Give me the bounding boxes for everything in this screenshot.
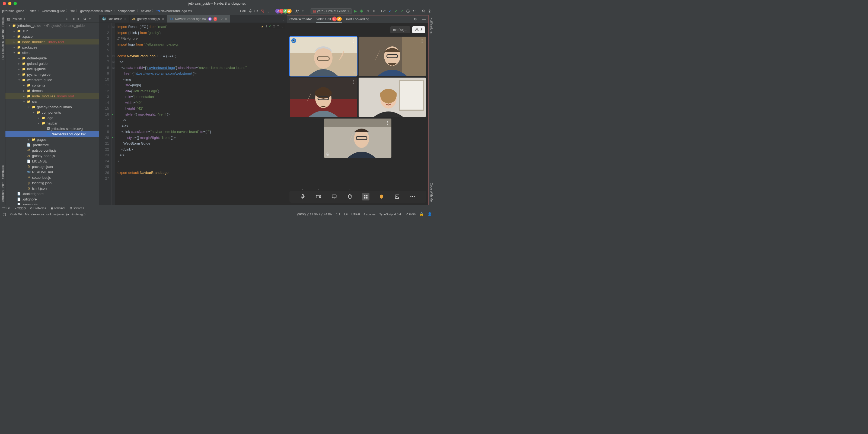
search-icon[interactable] <box>422 9 426 13</box>
todo-tool-button[interactable]: ≡ TODO <box>14 207 26 210</box>
status-branch[interactable]: ⎇ main <box>405 212 415 216</box>
close-tab-icon[interactable]: × <box>162 17 164 21</box>
video-tile[interactable]: ⋮ <box>324 119 392 158</box>
coverage-icon[interactable]: ↻ <box>365 9 370 13</box>
video-tile[interactable]: 🔊 ⋮ ☆ <box>290 37 357 76</box>
settings-icon[interactable] <box>428 9 432 13</box>
editor-tab[interactable]: JSgatsby-config.js× <box>130 15 167 23</box>
tree-item[interactable]: JSgatsby-config.js <box>5 148 99 153</box>
breadcrumb-item[interactable]: TS NavbarBrandLogo.tsx <box>156 9 192 13</box>
problems-tool-button[interactable]: ⊘ Problems <box>30 207 46 210</box>
status-encoding[interactable]: UTF-8 <box>351 213 360 216</box>
tree-item[interactable]: ▸📁intellij-guide <box>5 66 99 72</box>
status-person-icon[interactable]: 👤 <box>428 212 432 216</box>
project-title[interactable]: Project <box>12 17 22 21</box>
add-user-icon[interactable] <box>295 9 299 13</box>
push-icon[interactable]: ↗ <box>400 9 404 13</box>
stripe-button-code-with-me[interactable]: Code With Me <box>429 182 434 203</box>
stripe-button-notifications[interactable]: Notifications <box>429 16 434 35</box>
tree-item[interactable]: ▸📁.space <box>5 34 99 39</box>
tree-item[interactable]: ▸📁node_moduleslibrary root <box>5 93 99 99</box>
tree-item[interactable]: {}package.json <box>5 164 99 169</box>
stripe-button-commit[interactable]: Commit <box>1 28 5 40</box>
tree-item[interactable]: ▾📁jetbrains_guide~/Projects/jetbrains_gu… <box>5 23 99 28</box>
call-raise-hand-button[interactable]: ⌃ <box>346 193 354 200</box>
participant-count-chip[interactable]: 5 <box>412 26 425 33</box>
tree-item[interactable]: ▾📁src <box>5 99 99 104</box>
code-editor[interactable]: 1234567891011121314151617181920212223242… <box>99 23 287 205</box>
microphone-icon[interactable] <box>248 9 252 13</box>
expand-all-icon[interactable]: ⇥ <box>71 17 75 21</box>
participants-avatars[interactable]: DRAA <box>276 9 291 13</box>
participant-avatar[interactable]: A <box>287 9 291 13</box>
services-tool-button[interactable]: ⊞ Services <box>69 207 84 210</box>
close-tab-icon[interactable]: × <box>124 17 126 21</box>
status-language[interactable]: TypeScript 4.3.4 <box>379 213 401 216</box>
close-tab-icon[interactable]: × <box>225 17 227 21</box>
tree-item[interactable]: 📄.gitignore <box>5 196 99 202</box>
tab-menu-icon[interactable]: ⋮ <box>279 15 287 23</box>
tree-item[interactable]: ▸📁contents <box>5 83 99 88</box>
status-lock-icon[interactable]: 🔒 <box>420 212 424 216</box>
call-security-button[interactable] <box>378 193 385 200</box>
tree-item[interactable]: JSsetup-jest.js <box>5 175 99 180</box>
tree-item[interactable]: ▸📁packages <box>5 44 99 50</box>
chevron-up-icon[interactable]: ⌃ <box>277 24 279 28</box>
tree-item[interactable]: ▸📁logo <box>5 115 99 120</box>
tile-menu-icon[interactable]: ⋮ <box>351 79 355 84</box>
participant-chip[interactable]: matt's+j… <box>390 26 410 33</box>
rollback-icon[interactable]: ↶ <box>412 9 416 13</box>
tree-item[interactable]: {}tsconfig.json <box>5 180 99 186</box>
tree-item[interactable]: ▾📁components <box>5 110 99 115</box>
tree-item[interactable]: 📄.dockerignore <box>5 191 99 196</box>
settings-icon[interactable]: ⚙ <box>83 17 87 21</box>
settings-icon[interactable]: ⚙ <box>413 17 417 22</box>
minimize-window-button[interactable] <box>8 2 11 5</box>
code-area[interactable]: import React, { FC } from 'react';import… <box>115 23 287 205</box>
tree-item[interactable]: TSNavbarBrandLogo.tsx <box>5 131 99 137</box>
tree-item[interactable]: MDREADME.md <box>5 169 99 175</box>
tree-item[interactable]: ▾📁sites <box>5 50 99 55</box>
video-tile[interactable]: ⋮ <box>359 78 426 117</box>
tree-item[interactable]: {}tslint.json <box>5 186 99 191</box>
dropdown-icon[interactable]: ▼ <box>301 9 305 13</box>
tree-item[interactable]: 🖼jetbrains-simple.svg <box>5 126 99 131</box>
tree-item[interactable]: ▾📁webstorm-guide <box>5 77 99 83</box>
pin-icon[interactable]: ☆ <box>352 70 355 74</box>
stripe-button-pull-requests[interactable]: Pull Requests <box>1 40 5 61</box>
cwm-tab-port[interactable]: Port Forwarding <box>346 16 369 23</box>
breadcrumb-item[interactable]: jetbrains_guide <box>2 9 24 13</box>
cwm-tab-voice[interactable]: Voice Call R A <box>316 16 341 23</box>
breadcrumb-item[interactable]: sites <box>30 9 36 13</box>
tree-item[interactable]: ▸📁.run <box>5 28 99 34</box>
call-layout-button[interactable] <box>362 193 369 200</box>
stripe-button-project[interactable]: Project <box>1 16 5 28</box>
update-project-icon[interactable]: ↙ <box>388 9 392 13</box>
more-icon[interactable]: ⋮ <box>266 9 271 13</box>
tree-item[interactable]: ▸📁node_moduleslibrary root <box>5 39 99 44</box>
call-background-button[interactable] <box>393 193 401 200</box>
tree-item[interactable]: ▸📁demos <box>5 88 99 93</box>
commit-icon[interactable]: ✓ <box>394 9 398 13</box>
run-config-combo[interactable]: ▦ yarn - DotNet Guide ▼ <box>311 8 352 14</box>
tile-menu-icon[interactable]: ⋮ <box>420 38 424 43</box>
debug-icon[interactable] <box>360 9 364 13</box>
editor-tab[interactable]: TSNavbarBrandLogo.tsxDR+2× <box>167 15 230 23</box>
project-tree[interactable]: ▾📁jetbrains_guide~/Projects/jetbrains_gu… <box>5 23 99 205</box>
call-screenshare-button[interactable] <box>330 193 338 200</box>
status-indent[interactable]: 4 spaces <box>364 213 376 216</box>
stripe-button-structure[interactable]: Structure <box>1 188 5 203</box>
tile-menu-icon[interactable]: ⋮ <box>385 120 390 125</box>
video-tile[interactable]: ⋮ <box>359 37 426 76</box>
editor-tab[interactable]: 🐳Dockerfile× <box>99 15 130 23</box>
tree-item[interactable]: 📄.prettiersrc <box>5 142 99 148</box>
tree-item[interactable]: ▸📁pycharm-guide <box>5 72 99 77</box>
chevron-down-icon[interactable]: ⌄ <box>281 24 284 28</box>
breadcrumb-item[interactable]: gatsby-theme-bulmaio <box>80 9 112 13</box>
locate-icon[interactable]: ⊙ <box>65 17 69 21</box>
run-icon[interactable]: ▶ <box>353 9 358 13</box>
tree-item[interactable]: ▾📁navbar <box>5 120 99 126</box>
gutter[interactable]: 1234567891011121314151617181920212223242… <box>99 23 112 205</box>
call-more-button[interactable]: ••• <box>409 193 416 200</box>
terminal-tool-button[interactable]: ▣ Terminal <box>51 207 65 210</box>
